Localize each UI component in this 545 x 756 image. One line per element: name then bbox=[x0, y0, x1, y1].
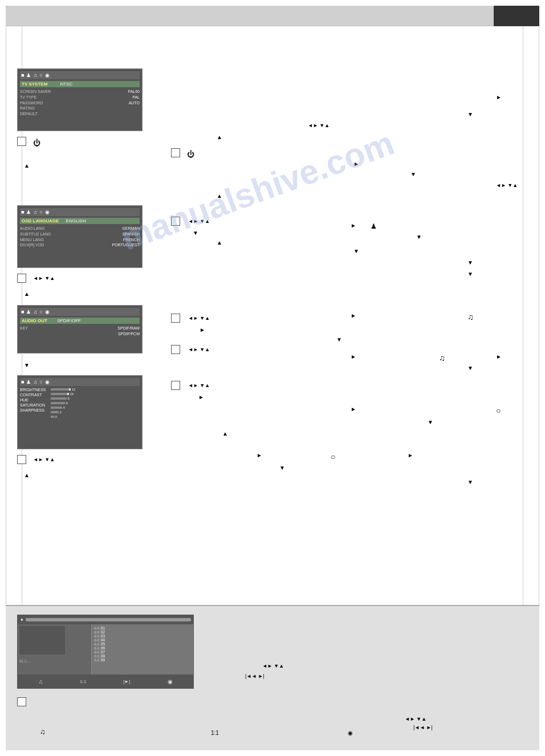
tv-row-2: TV TYPE PAL bbox=[20, 95, 140, 100]
tv-row-5: DEFAULT bbox=[20, 111, 140, 117]
icon-circle-3: ○ bbox=[39, 309, 42, 315]
arrow-right-s1b: ► bbox=[353, 161, 359, 167]
brightness-label: BRIGHTNESS bbox=[20, 388, 46, 392]
arrow-down-2f: ▼ bbox=[467, 271, 473, 277]
checkbox-2[interactable] bbox=[17, 274, 26, 283]
checkbox-1[interactable] bbox=[17, 137, 26, 146]
bottom-control-bar: ♫ 1:1 [►] ◉ bbox=[18, 674, 193, 688]
arrow-down-2b: ▼ bbox=[193, 230, 198, 236]
icon-ratio-bottom: 1:1 bbox=[80, 679, 86, 684]
arrow-right-2c: ► bbox=[351, 222, 356, 229]
tv-system-value: NTSC bbox=[60, 82, 73, 87]
checkbox-bottom[interactable] bbox=[17, 697, 26, 706]
icon-circle-1: ○ bbox=[39, 72, 42, 78]
arrow-down-4d: ▼ bbox=[279, 465, 285, 471]
audio-row-2: SPDIF/PCM bbox=[20, 331, 140, 337]
icon-monitor: ■ bbox=[21, 72, 24, 78]
arrow-right-3e: ► bbox=[496, 353, 502, 360]
nav-lrud-br: ◄► ▼▲ bbox=[405, 716, 426, 722]
arrow-up-2: ▲ bbox=[24, 291, 30, 297]
icon-person-4: ♟ bbox=[26, 379, 31, 385]
track-list: ♫♫ 01 ♫♫ 02 ♫♫ 03 ♫♫ 04 ♫♫ 05 ♫♫ 06 ♫♫ 0… bbox=[92, 624, 193, 674]
arrow-down-4e: ▼ bbox=[467, 479, 473, 485]
osd-row-4: DIVX[R] VOD PORTUGUEST bbox=[20, 242, 140, 248]
checkbox-2b[interactable] bbox=[171, 217, 180, 226]
icon-speaker-2: ◉ bbox=[45, 209, 50, 215]
arrow-right-3: ► bbox=[200, 327, 205, 333]
icon-monitor-3: ■ bbox=[21, 309, 24, 315]
track-02: ♫♫ 02 bbox=[93, 630, 192, 634]
arrow-right-3c: ► bbox=[351, 312, 356, 319]
nav-lrud-4b: ◄► ▼▲ bbox=[188, 383, 210, 388]
audio-screen: ■ ♟ ♫ ○ ◉ AUDIO OUT SPDIF/OFF KEY SPDIF/… bbox=[17, 305, 143, 353]
bar-hue: 8 bbox=[51, 397, 76, 400]
checkbox-3[interactable] bbox=[171, 314, 180, 323]
bottom-section: ✦ BLU... ♫♫ 01 ♫♫ 02 ♫♫ 03 ♫♫ 04 ♫♫ 05 ♫… bbox=[6, 605, 539, 750]
arrow-right-3d: ► bbox=[351, 353, 356, 360]
power-icon-1: ⏻ bbox=[33, 139, 40, 147]
icon-monitor-4: ■ bbox=[21, 379, 24, 385]
bottom-menu-screen: ✦ BLU... ♫♫ 01 ♫♫ 02 ♫♫ 03 ♫♫ 04 ♫♫ 05 ♫… bbox=[17, 615, 194, 689]
icon-music-2: ♫ bbox=[33, 209, 37, 215]
track-08: ♫♫ 08 bbox=[93, 654, 192, 658]
nav-prev-next-br: |◄◄ ►| bbox=[413, 725, 433, 730]
track-03: ♫♫ 03 bbox=[93, 634, 192, 638]
arrow-down-3b: ▼ bbox=[336, 336, 342, 343]
bar-saturation: 6 bbox=[51, 401, 76, 405]
arrow-down-2d: ▼ bbox=[353, 248, 359, 254]
track-05: ♫♫ 05 bbox=[93, 642, 192, 646]
arrow-right-4e: ► bbox=[408, 452, 413, 458]
icon-circle-r4: ○ bbox=[496, 406, 501, 415]
nav-lrud-bottom: ◄► ▼▲ bbox=[262, 663, 284, 669]
osd-value: ENGLISH bbox=[66, 218, 86, 223]
arrow-up-s1c: ▲ bbox=[217, 193, 222, 199]
checkbox-3b[interactable] bbox=[171, 345, 180, 354]
icon-eq-bl: ◉ bbox=[348, 730, 353, 736]
checkbox-1b[interactable] bbox=[171, 148, 180, 157]
arrow-up-s1-2: ▲ bbox=[217, 134, 222, 140]
icon-person-2: ♟ bbox=[26, 209, 31, 215]
icon-circle-4: ○ bbox=[39, 379, 42, 385]
arrow-down-4c: ▼ bbox=[428, 419, 433, 425]
track-09: ♫♫ 09 bbox=[93, 658, 192, 662]
contrast-label: CONTRAST bbox=[20, 393, 46, 397]
arrow-down-2e: ▼ bbox=[467, 259, 473, 266]
icon-circle-2: ○ bbox=[39, 209, 42, 215]
bar-contrast: 10 bbox=[51, 392, 76, 396]
arrow-right-4: ► bbox=[198, 394, 204, 400]
bar-brightness: 12 bbox=[51, 388, 76, 391]
arrow-down-2c: ▼ bbox=[416, 234, 422, 240]
audio-value: SPDIF/OFF bbox=[57, 318, 81, 323]
nav-lrud-4: ◄► ▼▲ bbox=[33, 457, 55, 462]
osd-row-1: AUDIO LANG GERMAN bbox=[20, 226, 140, 231]
bar-sharpness: 4 bbox=[51, 406, 76, 409]
saturation-label: SATURATION bbox=[20, 403, 46, 407]
arrow-right-s1-1: ► bbox=[496, 94, 502, 100]
file-browser-left: BLU... bbox=[18, 624, 92, 674]
arrow-right-4c: ► bbox=[351, 406, 356, 412]
osd-language-screen: ■ ♟ ♫ ○ ◉ OSD LANGUAGE ENGLISH AUDIO LAN… bbox=[17, 205, 143, 268]
track-07: ♫♫ 07 bbox=[93, 650, 192, 654]
arrow-down-3c: ▼ bbox=[467, 365, 473, 371]
osd-title: OSD LANGUAGE bbox=[22, 218, 59, 223]
nav-lrud-s1: ◄► ▼▲ bbox=[308, 123, 330, 128]
power-icon-1b: ⏻ bbox=[187, 150, 194, 158]
icon-music-r3: ♫ bbox=[467, 312, 474, 322]
arrow-up-4: ▲ bbox=[24, 472, 30, 478]
tv-system-title: TV SYSTEM bbox=[22, 82, 47, 87]
menu-icons-1: ■ ♟ ♫ ○ ◉ bbox=[20, 71, 140, 79]
checkbox-4b[interactable] bbox=[171, 381, 180, 390]
tv-system-screen: ■ ♟ ♫ ○ ◉ TV SYSTEM NTSC SCREEN SAVER PA… bbox=[17, 68, 143, 131]
audio-row-1: KEY SPDIF/RAW bbox=[20, 326, 140, 331]
nav-lrud-s1b: ◄► ▼▲ bbox=[496, 182, 518, 188]
track-01: ♫♫ 01 bbox=[93, 626, 192, 630]
tv-row-4: RATING bbox=[20, 105, 140, 111]
icon-ratio-bl: 1:1 bbox=[211, 730, 219, 736]
nav-lrud-3b: ◄► ▼▲ bbox=[188, 347, 210, 352]
checkbox-4[interactable] bbox=[17, 455, 26, 464]
header-black-box bbox=[494, 6, 539, 26]
menu-icons-3: ■ ♟ ♫ ○ ◉ bbox=[20, 308, 140, 316]
hue-label: HUE bbox=[20, 398, 46, 402]
arrow-up-2c: ▲ bbox=[217, 239, 222, 246]
icon-music-3: ♫ bbox=[33, 309, 37, 315]
